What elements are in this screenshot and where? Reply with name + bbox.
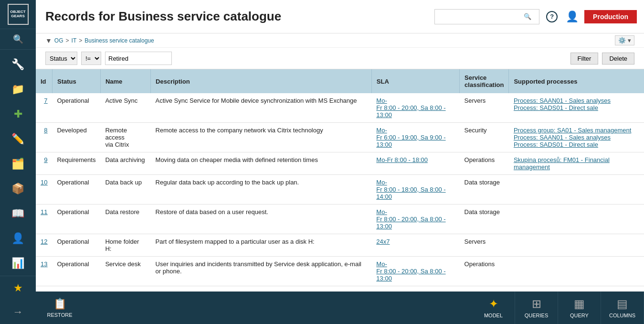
sidebar-item-chart[interactable]: 📊 bbox=[0, 251, 36, 276]
user-icon: 👤 bbox=[566, 11, 579, 23]
cell-sla[interactable]: Mo-Fr 6:00 - 19:00, Sa 9:00 - 13:00 bbox=[371, 123, 459, 152]
cell-supported-processes[interactable] bbox=[509, 257, 644, 286]
cell-service-classification: Security bbox=[460, 123, 509, 152]
topbar-right: 🔍 ? 👤 Production bbox=[434, 9, 637, 24]
cell-sla[interactable]: Mo-Fr 8:00 - 20:00, Sa 8:00 - 13:00 bbox=[371, 205, 459, 234]
queries-button[interactable]: ⊞ QUERIES bbox=[515, 292, 558, 324]
cell-id[interactable]: 13 bbox=[36, 257, 52, 286]
col-header-id: Id bbox=[36, 69, 52, 93]
sidebar-item-arrow[interactable]: → bbox=[0, 300, 36, 324]
cell-id[interactable]: 12 bbox=[36, 234, 52, 257]
cell-sla[interactable]: Mo-Fr 8:00 - 18:00 bbox=[371, 152, 459, 175]
restore-icon: 📋 bbox=[53, 298, 66, 310]
filter-field-select[interactable]: Status bbox=[45, 52, 77, 65]
delete-button[interactable]: Delete bbox=[602, 53, 634, 65]
cell-status: Operational bbox=[52, 234, 100, 257]
cell-supported-processes[interactable]: Process: SAAN01 - Sales analysesProcess:… bbox=[509, 93, 644, 123]
search-icon[interactable]: 🔍 bbox=[13, 34, 23, 44]
table-row: 9RequirementsData archivingMoving data o… bbox=[36, 152, 644, 175]
cell-status: Operational bbox=[52, 257, 100, 286]
sidebar-search[interactable]: 🔍 bbox=[0, 29, 36, 50]
cell-description: Regular data back up according to the ba… bbox=[151, 175, 372, 205]
cell-sla[interactable]: 24x7 bbox=[371, 234, 459, 257]
cell-description: Part of filesystem mapped to a particula… bbox=[151, 234, 372, 257]
help-button[interactable]: ? bbox=[544, 9, 560, 24]
breadcrumb-og[interactable]: OG bbox=[54, 37, 63, 44]
sidebar-item-book[interactable]: 📖 bbox=[0, 201, 36, 226]
query-icon: ▦ bbox=[574, 297, 585, 311]
cell-supported-processes[interactable] bbox=[509, 205, 644, 234]
cell-id[interactable]: 7 bbox=[36, 93, 52, 123]
cell-supported-processes[interactable] bbox=[509, 234, 644, 257]
table-row: 12OperationalHome folder H:Part of files… bbox=[36, 234, 644, 257]
queries-icon: ⊞ bbox=[532, 297, 541, 311]
cell-id[interactable]: 11 bbox=[36, 205, 52, 234]
query-label: QUERY bbox=[570, 313, 589, 318]
filter-value-input[interactable]: Retired bbox=[105, 52, 172, 65]
sidebar-item-pencil[interactable]: ✏️ bbox=[0, 127, 36, 151]
cell-name: Data back up bbox=[100, 175, 150, 205]
query-button[interactable]: ▦ QUERY bbox=[558, 292, 601, 324]
cube-icon: 📦 bbox=[11, 183, 24, 195]
cell-name: Data restore bbox=[100, 205, 150, 234]
breadcrumb-dropdown[interactable]: ▼ bbox=[45, 37, 52, 44]
cell-sla[interactable]: Mo-Fr 8:00 - 18:00, Sa 8:00 - 14:00 bbox=[371, 175, 459, 205]
sidebar-item-cube[interactable]: 📦 bbox=[0, 176, 36, 201]
col-header-status: Status bbox=[52, 69, 100, 93]
filter-operator-select[interactable]: != |= = bbox=[81, 52, 101, 65]
chart-icon: 📊 bbox=[11, 257, 24, 270]
global-search-bar[interactable]: 🔍 bbox=[434, 9, 539, 24]
sidebar-item-folder[interactable]: 📁 bbox=[0, 77, 36, 102]
col-header-sla: SLA bbox=[371, 69, 459, 93]
col-header-name: Name bbox=[100, 69, 150, 93]
sidebar-item-star[interactable]: ★ bbox=[0, 276, 36, 300]
records-table: Id Status Name Description SLA Servicecl… bbox=[36, 69, 644, 286]
user-button[interactable]: 👤 bbox=[564, 9, 580, 24]
cell-supported-processes[interactable] bbox=[509, 175, 644, 205]
cell-description: Active Sync Service for Mobile device sy… bbox=[151, 93, 372, 123]
stack-icon: 🗂️ bbox=[11, 158, 24, 170]
cell-sla[interactable]: Mo-Fr 8:00 - 20:00, Sa 8:00 - 13:00 bbox=[371, 93, 459, 123]
global-search-input[interactable] bbox=[438, 13, 524, 20]
cell-sla[interactable]: Mo-Fr 8:00 - 20:00, Sa 8:00 - 13:00 bbox=[371, 257, 459, 286]
sidebar-item-person[interactable]: 👤 bbox=[0, 226, 36, 251]
col-header-description: Description bbox=[151, 69, 372, 93]
logo: OBJECT GEARS bbox=[0, 0, 36, 29]
cell-description: Remote access to the company network via… bbox=[151, 123, 372, 152]
cell-supported-processes[interactable]: Process group: SA01 - Sales managementPr… bbox=[509, 123, 644, 152]
cell-supported-processes[interactable]: Skupina procesů: FM01 - Financial manage… bbox=[509, 152, 644, 175]
help-icon: ? bbox=[546, 11, 558, 22]
breadcrumb-sep2: > bbox=[79, 37, 82, 44]
plus-icon: ✚ bbox=[14, 108, 22, 120]
bottom-toolbar: 📋 RESTORE ✦ MODEL ⊞ QUERIES ▦ QUERY ▤ CO… bbox=[36, 292, 644, 324]
folder-icon: 📁 bbox=[11, 83, 24, 96]
table-row: 7OperationalActive SyncActive Sync Servi… bbox=[36, 93, 644, 123]
sidebar-item-plus[interactable]: ✚ bbox=[0, 102, 36, 127]
cell-status: Developed bbox=[52, 123, 100, 152]
cell-service-classification: Operations bbox=[460, 257, 509, 286]
cell-id[interactable]: 10 bbox=[36, 175, 52, 205]
pencil-icon: ✏️ bbox=[11, 133, 24, 145]
sidebar-item-stack[interactable]: 🗂️ bbox=[0, 151, 36, 176]
columns-button[interactable]: ▤ COLUMNS bbox=[601, 292, 644, 324]
topbar: Records for Business service catalogue 🔍… bbox=[36, 0, 644, 33]
star-icon: ★ bbox=[13, 282, 23, 294]
breadcrumb-sep1: > bbox=[66, 37, 69, 44]
cell-service-classification: Servers bbox=[460, 93, 509, 123]
breadcrumb-catalogue[interactable]: Business service catalogue bbox=[84, 37, 154, 44]
breadcrumb-it[interactable]: IT bbox=[72, 37, 77, 44]
cell-id[interactable]: 8 bbox=[36, 123, 52, 152]
sidebar-item-wrench[interactable]: 🔧 bbox=[0, 52, 36, 77]
settings-button[interactable]: ⚙️ ▾ bbox=[615, 35, 634, 45]
filter-button[interactable]: Filter bbox=[570, 53, 599, 65]
cell-status: Requirements bbox=[52, 152, 100, 175]
restore-button[interactable]: 📋 RESTORE bbox=[36, 292, 84, 324]
cell-name: Active Sync bbox=[100, 93, 150, 123]
cell-id[interactable]: 9 bbox=[36, 152, 52, 175]
table-area: Id Status Name Description SLA Servicecl… bbox=[36, 69, 644, 292]
columns-label: COLUMNS bbox=[609, 313, 635, 318]
sidebar-bottom: ★ → bbox=[0, 276, 36, 324]
table-row: 13OperationalService deskUser inquiries … bbox=[36, 257, 644, 286]
production-badge[interactable]: Production bbox=[584, 10, 637, 23]
model-button[interactable]: ✦ MODEL bbox=[472, 292, 515, 324]
